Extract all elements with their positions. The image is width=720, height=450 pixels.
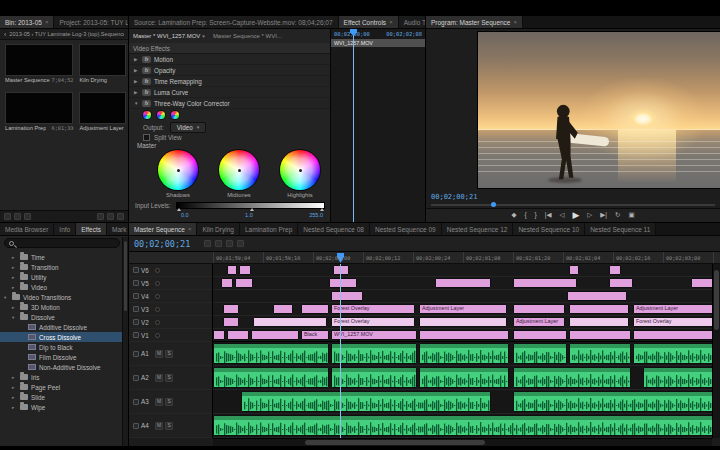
solo-button[interactable]: S bbox=[165, 398, 173, 406]
disclosure-icon[interactable]: ▶ bbox=[134, 68, 139, 73]
video-clip[interactable]: Forest Overlay bbox=[633, 317, 718, 327]
close-icon[interactable]: × bbox=[513, 19, 517, 25]
disclosure-icon[interactable]: ▸ bbox=[12, 305, 17, 310]
track-enable-toggle[interactable] bbox=[133, 293, 139, 299]
project-thumbnail[interactable] bbox=[79, 44, 125, 76]
project-item-lamination-prep[interactable]: Lamination Prep6;01;33 bbox=[5, 92, 73, 131]
folder-dissolve[interactable]: ▾Dissolve bbox=[0, 312, 122, 322]
program-scrubber[interactable] bbox=[431, 204, 715, 206]
track-enable-toggle[interactable] bbox=[133, 332, 139, 338]
input-levels-slider[interactable] bbox=[176, 202, 325, 209]
mark-out-button[interactable]: } bbox=[535, 212, 537, 219]
project-item-adjustment-layer[interactable]: Adjustment Layer bbox=[79, 92, 125, 131]
playhead-line[interactable] bbox=[340, 264, 341, 438]
tab-source-lamination-prep-screen-capture-website-mov-08-04-26-07[interactable]: Source: Lamination Prep: Screen-Capture-… bbox=[129, 16, 339, 28]
add-marker-button[interactable]: ◆ bbox=[511, 212, 516, 219]
audio-clip[interactable] bbox=[213, 415, 718, 436]
snap-button[interactable] bbox=[204, 240, 211, 247]
tab-nested-sequence-11[interactable]: Nested Sequence 11 bbox=[585, 223, 656, 235]
track-enable-toggle[interactable] bbox=[133, 319, 139, 325]
lock-icon[interactable] bbox=[155, 268, 160, 273]
disclosure-icon[interactable]: ▾ bbox=[4, 295, 9, 300]
tab-bin-2013-05[interactable]: Bin: 2013-05× bbox=[0, 16, 54, 28]
disclosure-icon[interactable]: ▶ bbox=[134, 79, 139, 84]
folder-video[interactable]: ▸Video bbox=[0, 282, 122, 292]
black-point-handle[interactable] bbox=[177, 208, 181, 211]
effect-row-motion[interactable]: ▶fxMotion bbox=[129, 54, 330, 65]
track-enable-toggle[interactable] bbox=[133, 423, 139, 429]
effect-additive-dissolve[interactable]: Additive Dissolve bbox=[0, 322, 122, 332]
video-clip[interactable] bbox=[419, 330, 509, 340]
disclosure-icon[interactable]: ▸ bbox=[12, 405, 17, 410]
disclosure-icon[interactable]: ▸ bbox=[12, 275, 17, 280]
tab-info[interactable]: Info bbox=[54, 223, 76, 235]
tab-audio-track-mixer-ma[interactable]: Audio Track Mixer: Ma bbox=[399, 16, 425, 28]
video-clip[interactable]: Adjustment Layer bbox=[419, 304, 507, 314]
color-wheel-icon[interactable] bbox=[157, 111, 165, 119]
split-view-checkbox[interactable] bbox=[143, 134, 150, 141]
tab-mark[interactable]: Mark bbox=[107, 223, 128, 235]
disclosure-icon[interactable]: ▶ bbox=[134, 57, 139, 62]
effects-search-input[interactable] bbox=[17, 240, 107, 246]
close-icon[interactable]: × bbox=[188, 226, 192, 232]
disclosure-icon[interactable] bbox=[20, 355, 25, 360]
video-clip[interactable] bbox=[223, 304, 239, 314]
video-clip[interactable] bbox=[609, 265, 621, 275]
mute-button[interactable]: M bbox=[155, 398, 163, 406]
project-item-kiln-drying[interactable]: Kiln Drying bbox=[79, 44, 125, 83]
video-clip[interactable] bbox=[513, 330, 567, 340]
video-clip[interactable] bbox=[227, 330, 249, 340]
video-clip[interactable] bbox=[239, 265, 251, 275]
lock-icon[interactable] bbox=[155, 333, 160, 338]
output-dropdown[interactable]: Video ▾ bbox=[170, 122, 207, 133]
project-thumbnail[interactable] bbox=[79, 92, 125, 124]
video-clip[interactable] bbox=[329, 278, 357, 288]
scrollbar-thumb[interactable] bbox=[305, 440, 485, 445]
scrubber-playhead[interactable] bbox=[491, 202, 496, 207]
timeline-timecode[interactable]: 00;02;00;21 bbox=[134, 239, 190, 249]
tab-effects[interactable]: Effects bbox=[76, 223, 107, 235]
tab-master-sequence[interactable]: Master Sequence× bbox=[129, 223, 197, 235]
disclosure-icon[interactable]: ▸ bbox=[12, 375, 17, 380]
audio-clip[interactable] bbox=[419, 367, 509, 388]
scrollbar-thumb[interactable] bbox=[714, 270, 719, 330]
audio-clip[interactable] bbox=[513, 391, 718, 412]
video-clip[interactable] bbox=[569, 304, 629, 314]
audio-clip[interactable] bbox=[213, 367, 329, 388]
white-point-handle[interactable] bbox=[320, 208, 324, 211]
video-clip[interactable]: Forest Overlay bbox=[331, 317, 415, 327]
audio-clip[interactable] bbox=[213, 343, 329, 364]
video-clip[interactable] bbox=[301, 304, 329, 314]
vertical-scrollbar[interactable] bbox=[712, 264, 720, 438]
folder-page-peel[interactable]: ▸Page Peel bbox=[0, 382, 122, 392]
zoom-slider[interactable] bbox=[24, 213, 31, 220]
audio-clip[interactable] bbox=[513, 367, 631, 388]
tab-nested-sequence-09[interactable]: Nested Sequence 09 bbox=[370, 223, 442, 235]
video-clip[interactable] bbox=[273, 304, 293, 314]
folder-slide[interactable]: ▸Slide bbox=[0, 392, 122, 402]
mark-in-button[interactable]: { bbox=[524, 212, 526, 219]
video-clip[interactable] bbox=[567, 291, 627, 301]
color-wheel-icon[interactable] bbox=[143, 111, 151, 119]
close-icon[interactable]: × bbox=[45, 19, 49, 25]
video-clip[interactable] bbox=[609, 278, 633, 288]
scrollbar[interactable] bbox=[122, 237, 128, 446]
track-enable-toggle[interactable] bbox=[133, 351, 139, 357]
new-bin-button[interactable] bbox=[97, 213, 104, 220]
disclosure-icon[interactable]: ▸ bbox=[12, 255, 17, 260]
video-clip[interactable] bbox=[251, 330, 299, 340]
folder-transition[interactable]: ▸Transition bbox=[0, 262, 122, 272]
effect-non-additive-dissolve[interactable]: Non-Additive Dissolve bbox=[0, 362, 122, 372]
black-point-value[interactable]: 0.0 bbox=[181, 212, 189, 218]
video-clip[interactable] bbox=[633, 330, 718, 340]
go-to-in-button[interactable]: |◀ bbox=[545, 212, 552, 219]
disclosure-icon[interactable] bbox=[20, 365, 25, 370]
gamma-value[interactable]: 1.0 bbox=[245, 212, 253, 218]
audio-clip[interactable] bbox=[331, 367, 417, 388]
white-point-value[interactable]: 255.0 bbox=[309, 212, 323, 218]
color-wheel-disc[interactable] bbox=[280, 150, 320, 190]
audio-clip[interactable] bbox=[331, 343, 417, 364]
video-clip[interactable]: Adjustment Layer bbox=[513, 317, 565, 327]
mute-button[interactable]: M bbox=[155, 350, 163, 358]
project-thumbnail[interactable] bbox=[5, 92, 73, 124]
